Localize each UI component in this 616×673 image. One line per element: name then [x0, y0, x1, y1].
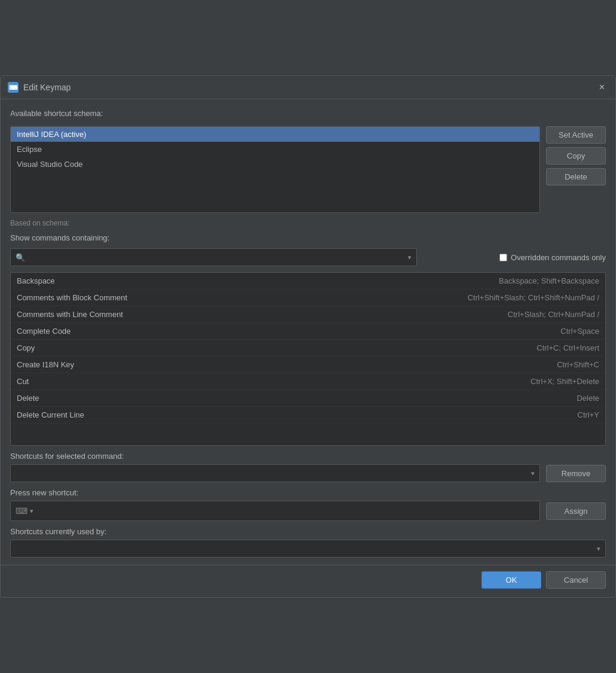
based-on-label: Based on schema:: [10, 219, 606, 227]
schema-buttons: Set Active Copy Delete: [546, 126, 606, 185]
schema-item-vscode[interactable]: Visual Studio Code: [11, 157, 539, 172]
keyboard-dropdown-icon[interactable]: ▾: [30, 507, 33, 515]
shortcuts-row: ▾ Remove: [10, 464, 606, 482]
table-row[interactable]: Cut Ctrl+X; Shift+Delete: [11, 373, 605, 390]
table-row[interactable]: Complete Code Ctrl+Space: [11, 323, 605, 340]
dialog-icon: ⌨: [8, 82, 19, 93]
remove-button[interactable]: Remove: [546, 465, 606, 482]
shortcut-input[interactable]: [36, 507, 535, 516]
search-box[interactable]: 🔍 ▾: [10, 248, 417, 266]
search-chevron-icon[interactable]: ▾: [408, 254, 411, 261]
currently-used-section: Shortcuts currently used by: ▾: [10, 527, 606, 558]
shortcuts-for-label: Shortcuts for selected command:: [10, 452, 606, 461]
table-row[interactable]: Copy Ctrl+C; Ctrl+Insert: [11, 340, 605, 357]
assign-button[interactable]: Assign: [546, 503, 606, 520]
dialog-content: Available shortcut schema: IntelliJ IDEA…: [1, 99, 615, 565]
search-input[interactable]: [28, 253, 408, 262]
set-active-button[interactable]: Set Active: [546, 126, 606, 144]
schema-list-container: IntelliJ IDEA (active) Eclipse Visual St…: [10, 126, 540, 213]
currently-used-dropdown[interactable]: ▾: [10, 540, 606, 558]
currently-used-chevron-icon: ▾: [597, 545, 600, 553]
edit-keymap-dialog: ⌨ Edit Keymap × Available shortcut schem…: [0, 75, 616, 598]
show-commands-label: Show commands containing:: [10, 233, 606, 242]
copy-schema-button[interactable]: Copy: [546, 147, 606, 165]
table-row[interactable]: Comments with Block Comment Ctrl+Shift+S…: [11, 290, 605, 306]
commands-table[interactable]: Backspace Backspace; Shift+Backspace Com…: [10, 272, 606, 446]
table-row[interactable]: Delete Current Line Ctrl+Y: [11, 407, 605, 424]
overridden-checkbox-row: Overridden commands only: [423, 253, 606, 262]
currently-used-label: Shortcuts currently used by:: [10, 527, 606, 536]
show-commands-row: 🔍 ▾ Overridden commands only: [10, 248, 606, 266]
schema-item-intellij[interactable]: IntelliJ IDEA (active): [11, 127, 539, 142]
title-bar-left: ⌨ Edit Keymap: [8, 82, 71, 93]
press-shortcut-label: Press new shortcut:: [10, 488, 606, 497]
table-row[interactable]: Delete Delete: [11, 390, 605, 407]
shortcut-dropdown[interactable]: ▾: [10, 464, 540, 482]
table-row[interactable]: Backspace Backspace; Shift+Backspace: [11, 273, 605, 290]
dialog-title: Edit Keymap: [23, 83, 71, 92]
overridden-checkbox[interactable]: [499, 254, 507, 261]
delete-schema-button[interactable]: Delete: [546, 168, 606, 185]
shortcuts-for-section: Shortcuts for selected command: ▾ Remove: [10, 452, 606, 482]
schema-section: IntelliJ IDEA (active) Eclipse Visual St…: [10, 126, 606, 213]
ok-button[interactable]: OK: [481, 571, 541, 589]
shortcut-dropdown-chevron-icon: ▾: [531, 470, 535, 477]
schema-item-eclipse[interactable]: Eclipse: [11, 142, 539, 157]
overridden-label[interactable]: Overridden commands only: [511, 253, 606, 262]
table-row[interactable]: Create I18N Key Ctrl+Shift+C: [11, 357, 605, 373]
schema-label: Available shortcut schema:: [10, 109, 606, 118]
press-row: ⌨ ▾ Assign: [10, 501, 606, 521]
cancel-button[interactable]: Cancel: [546, 571, 606, 589]
schema-listbox[interactable]: IntelliJ IDEA (active) Eclipse Visual St…: [10, 126, 540, 213]
keyboard-icon: ⌨: [16, 506, 28, 516]
commands-table-inner: Backspace Backspace; Shift+Backspace Com…: [11, 273, 605, 424]
dialog-footer: OK Cancel: [1, 565, 615, 597]
shortcut-input-box[interactable]: ⌨ ▾: [10, 501, 540, 521]
table-row[interactable]: Comments with Line Comment Ctrl+Slash; C…: [11, 306, 605, 323]
close-button[interactable]: ×: [596, 81, 608, 94]
search-icon: 🔍: [16, 253, 25, 262]
press-shortcut-section: Press new shortcut: ⌨ ▾ Assign: [10, 488, 606, 521]
title-bar: ⌨ Edit Keymap ×: [1, 76, 615, 99]
